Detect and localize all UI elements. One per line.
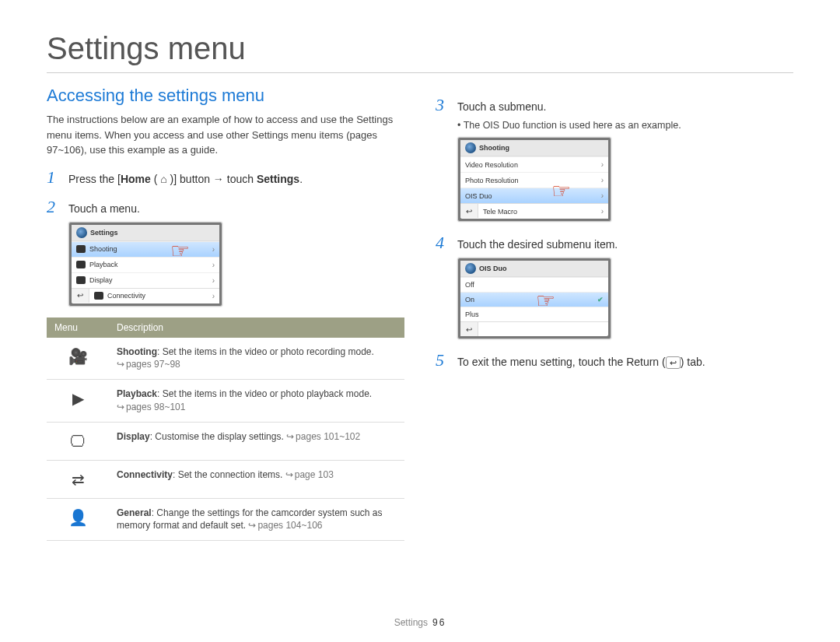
screen2-title: Shooting	[479, 144, 509, 152]
connectivity-icon: ⇄	[47, 460, 109, 498]
screen3-title: OIS Duo	[479, 265, 507, 272]
chevron-right-icon: ›	[212, 261, 215, 269]
chevron-right-icon: ›	[601, 160, 604, 169]
table-header-description: Description	[109, 317, 404, 338]
person-icon: 👤	[47, 498, 109, 541]
screen1-row-display[interactable]: Display›	[72, 272, 219, 288]
chevron-right-icon: ›	[212, 245, 215, 254]
screen1-row-connectivity[interactable]: Connectivity›	[89, 289, 219, 303]
screen3-row-plus[interactable]: Plus	[460, 307, 608, 321]
step-number-3: 3	[436, 95, 450, 115]
screen2-row-ois[interactable]: OIS Duo›	[460, 188, 608, 203]
device-screen-settings: Settings Shooting› Playback› Display› ↩ …	[68, 222, 222, 307]
table-row: ⇄Connectivity: Set the connection items.…	[47, 460, 404, 498]
menu-description-table: Menu Description 🎥Shooting: Set the item…	[47, 317, 404, 542]
device-screen-oisduo: OIS Duo Off On✔ Plus ↩ ☞	[457, 258, 611, 339]
check-icon: ✔	[597, 296, 604, 303]
table-row: 🎥Shooting: Set the items in the video or…	[47, 338, 404, 380]
chevron-right-icon: ›	[601, 207, 604, 216]
step-5-text: To exit the menu setting, touch the Retu…	[457, 356, 705, 369]
gear-icon	[465, 142, 476, 153]
screen1-row-playback[interactable]: Playback›	[72, 257, 219, 272]
camcorder-icon	[76, 245, 86, 253]
connectivity-icon	[94, 292, 103, 300]
page-footer: Settings96	[0, 617, 840, 628]
back-button[interactable]: ↩	[460, 204, 478, 218]
chevron-right-icon: ›	[212, 276, 215, 285]
return-icon: ↩	[666, 356, 681, 369]
chevron-right-icon: ›	[212, 292, 215, 300]
intro-text: The instructions below are an example of…	[47, 112, 404, 158]
screen2-row-tele[interactable]: Tele Macro›	[478, 204, 608, 219]
table-row: 🖵Display: Customise the display settings…	[47, 422, 404, 460]
play-icon: ▶	[47, 380, 109, 423]
screen1-title: Settings	[90, 229, 118, 237]
step-number-1: 1	[47, 167, 61, 188]
step-1-text: Press the [Home ( ⌂ )] button → touch Se…	[68, 173, 303, 185]
step-number-4: 4	[436, 233, 450, 253]
step-3-note: The OIS Duo function is used here as an …	[457, 120, 793, 131]
chevron-right-icon: ›	[601, 191, 604, 200]
table-header-menu: Menu	[47, 317, 109, 338]
step-number-2: 2	[47, 197, 61, 217]
back-button[interactable]: ↩	[72, 289, 89, 303]
step-3-text: Touch a submenu.	[457, 100, 546, 113]
section-heading: Accessing the settings menu	[47, 86, 404, 106]
page-title: Settings menu	[47, 31, 793, 73]
back-button[interactable]: ↩	[460, 322, 478, 336]
display-icon: 🖵	[47, 422, 109, 460]
screen2-row-video[interactable]: Video Resolution›	[460, 156, 608, 172]
device-screen-shooting: Shooting Video Resolution› Photo Resolut…	[457, 137, 611, 222]
display-icon	[76, 276, 86, 284]
screen1-row-shooting[interactable]: Shooting›	[72, 241, 219, 257]
table-row: 👤General: Change the settings for the ca…	[47, 498, 404, 541]
table-row: ▶Playback: Set the items in the video or…	[47, 380, 404, 423]
screen3-row-off[interactable]: Off	[460, 277, 608, 292]
step-2-text: Touch a menu.	[68, 202, 140, 215]
camcorder-icon: 🎥	[47, 338, 109, 380]
step-number-5: 5	[436, 350, 450, 370]
screen3-row-on[interactable]: On✔	[460, 292, 608, 307]
chevron-right-icon: ›	[601, 176, 604, 184]
play-icon	[76, 261, 86, 268]
step-4-text: Touch the desired submenu item.	[457, 238, 618, 251]
screen2-row-photo[interactable]: Photo Resolution›	[460, 172, 608, 188]
gear-icon	[465, 263, 476, 274]
gear-icon	[76, 227, 87, 238]
